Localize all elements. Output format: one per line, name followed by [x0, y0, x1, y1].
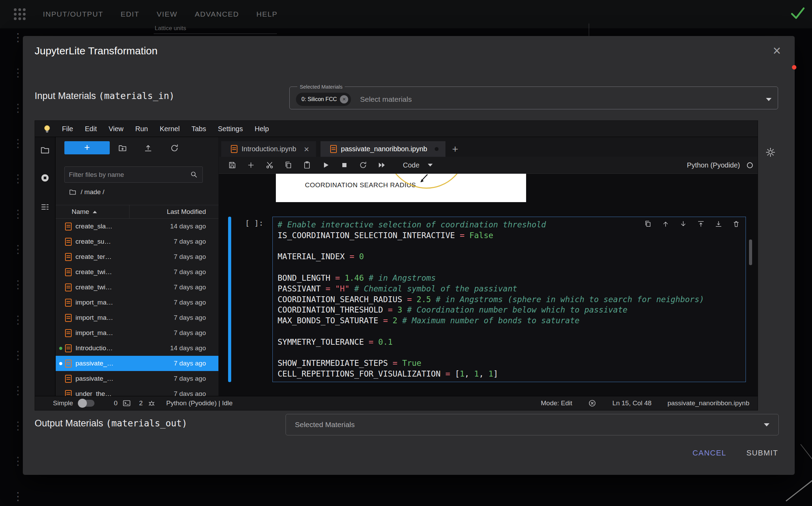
- modal-title: JupyterLite Transformation: [35, 45, 157, 57]
- kernel-idle-status-icon: [747, 162, 753, 168]
- save-button[interactable]: [228, 161, 237, 169]
- file-row[interactable]: passivate_…7 days ago: [56, 356, 218, 371]
- file-row[interactable]: Introductio…14 days ago: [56, 341, 218, 356]
- chevron-down-icon[interactable]: [764, 423, 769, 426]
- add-cell-button[interactable]: [246, 161, 255, 169]
- unsaved-changes-dot-icon[interactable]: [435, 147, 439, 151]
- code-line: COORDINATION_THRESHOLD = 3 # Coordinatio…: [278, 305, 741, 315]
- notebook-icon: [330, 145, 337, 153]
- cancel-button[interactable]: CANCEL: [693, 449, 727, 458]
- restart-kernel-button[interactable]: [359, 161, 368, 169]
- scrollbar-thumb[interactable]: [749, 240, 752, 265]
- file-row[interactable]: import_ma…7 days ago: [56, 310, 218, 325]
- modified-column-header[interactable]: Last Modified: [129, 205, 218, 218]
- name-column-header[interactable]: Name: [72, 205, 97, 218]
- tab-passivate-nanoribbon[interactable]: passivate_nanoribbon.ipynb: [321, 141, 445, 157]
- file-row[interactable]: create_sla…14 days ago: [56, 219, 218, 234]
- kernel-dot-placeholder: [59, 225, 62, 228]
- output-dropdown-value: Selected Materials: [295, 421, 355, 429]
- jupyter-menu-view[interactable]: View: [109, 125, 124, 133]
- kernels-icon[interactable]: [147, 399, 156, 407]
- file-name: create_su…: [75, 238, 174, 245]
- kernel-selector[interactable]: Python (Pyodide): [687, 161, 753, 169]
- insert-cell-below-icon[interactable]: [715, 220, 722, 228]
- cut-cell-button[interactable]: [265, 161, 274, 169]
- kernel-dot-placeholder: [59, 316, 62, 319]
- jupyter-menu-help[interactable]: Help: [255, 125, 269, 133]
- status-bar: Simple 0 2 Python (Pyodide) | Idle Mode:…: [35, 396, 758, 410]
- jupyterlab-panel: FileEditViewRunKernelTabsSettingsHelp + …: [35, 120, 758, 410]
- new-folder-icon[interactable]: [118, 144, 127, 153]
- jupyter-menu-file[interactable]: File: [62, 125, 73, 133]
- code-line: [278, 241, 741, 252]
- jupyter-menu-kernel[interactable]: Kernel: [160, 125, 180, 133]
- breadcrumb-home-folder-icon[interactable]: [69, 188, 76, 196]
- file-list-headers: Name Last Modified: [56, 205, 218, 219]
- filter-files-input[interactable]: [69, 171, 190, 179]
- name-header-label: Name: [72, 208, 89, 216]
- new-launcher-button[interactable]: +: [64, 141, 110, 154]
- tab-introduction[interactable]: Introduction.ipynb ×: [221, 141, 316, 157]
- delete-cell-icon[interactable]: [732, 220, 740, 228]
- tab-close-icon[interactable]: ×: [304, 145, 309, 154]
- notifications-icon[interactable]: [588, 399, 596, 407]
- jupyter-menu-edit[interactable]: Edit: [85, 125, 97, 133]
- move-cell-down-icon[interactable]: [679, 220, 687, 228]
- output-materials-dropdown[interactable]: Selected Materials: [286, 414, 779, 435]
- selected-materials-select[interactable]: Selected Materials 0: Silicon FCC × Sele…: [289, 84, 778, 109]
- submit-button[interactable]: SUBMIT: [746, 449, 778, 458]
- file-row[interactable]: import_ma…7 days ago: [56, 325, 218, 341]
- close-icon[interactable]: ×: [773, 44, 781, 57]
- cell-collapser[interactable]: [228, 217, 231, 382]
- file-row[interactable]: create_twi…7 days ago: [56, 264, 218, 280]
- upload-icon[interactable]: [144, 144, 153, 153]
- modal-actions: CANCEL SUBMIT: [693, 449, 778, 458]
- file-browser-panel: + / made / Name Last Modified: [56, 137, 218, 396]
- notebook-icon: [65, 375, 72, 383]
- jupyter-menu-tabs[interactable]: Tabs: [191, 125, 206, 133]
- settings-gear-icon[interactable]: [766, 147, 775, 157]
- table-of-contents-tab-icon[interactable]: [40, 202, 50, 212]
- restart-run-all-button[interactable]: [377, 161, 386, 169]
- code-line: CELL_REPETITIONS_FOR_VISUALIZATION = [1,…: [278, 369, 741, 379]
- file-row[interactable]: import_ma…7 days ago: [56, 295, 218, 310]
- file-row[interactable]: create_ter…7 days ago: [56, 249, 218, 264]
- move-cell-up-icon[interactable]: [662, 220, 669, 228]
- file-browser-tab-icon[interactable]: [40, 145, 50, 155]
- chip-remove-icon[interactable]: ×: [340, 95, 348, 103]
- red-indicator-dot: [792, 65, 796, 70]
- tab-bar: Introduction.ipynb × passivate_nanoribbo…: [219, 141, 758, 157]
- cursor-position[interactable]: Ln 15, Col 48: [612, 399, 651, 407]
- file-row[interactable]: create_su…7 days ago: [56, 234, 218, 249]
- notebook-content[interactable]: COORDINATION SEARCH RADIUS [ ]: # Enable…: [219, 174, 758, 396]
- new-tab-icon[interactable]: +: [452, 144, 458, 154]
- terminal-icon[interactable]: [123, 399, 131, 407]
- notebook-icon: [65, 360, 72, 368]
- jupyter-menu-run[interactable]: Run: [135, 125, 148, 133]
- kernels-count: 2: [139, 399, 143, 407]
- breadcrumb-path[interactable]: / made /: [81, 188, 105, 196]
- chevron-down-icon[interactable]: [766, 98, 772, 101]
- refresh-icon[interactable]: [170, 144, 179, 153]
- kernel-status-text[interactable]: Python (Pyodide) | Idle: [166, 399, 233, 407]
- breadcrumb[interactable]: / made /: [69, 188, 105, 196]
- material-chip[interactable]: 0: Silicon FCC ×: [296, 93, 351, 106]
- duplicate-cell-icon[interactable]: [644, 220, 652, 228]
- file-row[interactable]: passivate_…7 days ago: [56, 371, 218, 386]
- run-cell-button[interactable]: [321, 161, 330, 169]
- code-cell-editor[interactable]: # Enable interactive selection of coordi…: [272, 217, 746, 382]
- running-sessions-tab-icon[interactable]: [40, 173, 50, 184]
- jupyterlite-transformation-modal: JupyterLite Transformation × Input Mater…: [23, 36, 795, 475]
- file-row[interactable]: under_the…7 days ago: [56, 386, 218, 396]
- paste-cell-button[interactable]: [303, 161, 312, 169]
- jupyter-menu-settings[interactable]: Settings: [218, 125, 243, 133]
- image-output-cell: COORDINATION SEARCH RADIUS: [276, 174, 526, 202]
- notebook-icon: [65, 390, 72, 396]
- insert-cell-above-icon[interactable]: [697, 220, 705, 228]
- cell-type-dropdown[interactable]: Code: [403, 161, 433, 169]
- simple-mode-toggle[interactable]: [79, 400, 94, 407]
- code-line: [278, 347, 741, 358]
- copy-cell-button[interactable]: [284, 161, 293, 169]
- interrupt-kernel-button[interactable]: [340, 161, 349, 169]
- file-row[interactable]: create_twi…7 days ago: [56, 280, 218, 295]
